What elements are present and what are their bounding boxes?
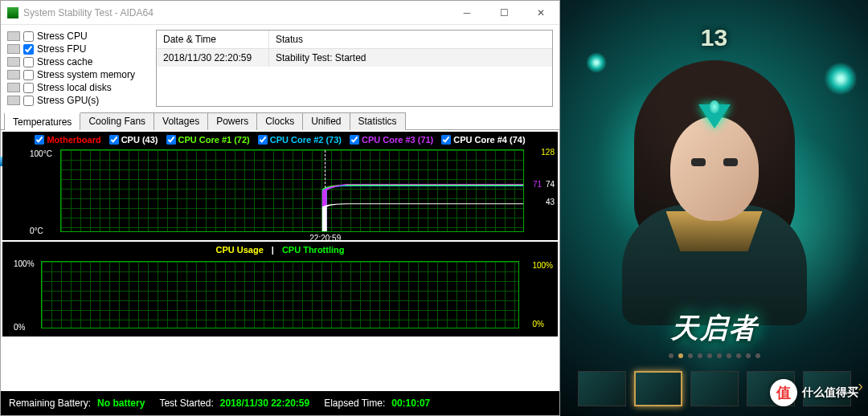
device-icon [7, 31, 20, 41]
tab-unified[interactable]: Unified [302, 112, 350, 130]
legend-item[interactable]: CPU Core #3 (71) [350, 135, 433, 145]
table-row: 2018/11/30 22:20:59 Stability Test: Star… [157, 49, 552, 67]
aida64-window: System Stability Test - AIDA64 ─ ☐ ✕ Str… [0, 0, 560, 416]
stress-checkbox[interactable] [23, 31, 34, 42]
started-label: Test Started:2018/11/30 22:20:59 [159, 398, 309, 409]
chart-tabs: TemperaturesCooling FansVoltagesPowersCl… [1, 112, 559, 129]
legend-checkbox[interactable] [350, 135, 359, 145]
window-title: System Stability Test - AIDA64 [1, 7, 154, 18]
stress-option[interactable]: Stress FPU [7, 43, 148, 55]
pagination-dot[interactable] [755, 353, 760, 358]
pagination-dot[interactable] [727, 353, 731, 358]
legend-checkbox[interactable] [166, 135, 176, 145]
next-arrow-icon[interactable]: › [858, 377, 863, 395]
device-icon [7, 70, 20, 80]
pagination-dot[interactable] [746, 353, 751, 358]
legend-item[interactable]: CPU Core #4 (74) [441, 135, 525, 145]
tab-clocks[interactable]: Clocks [256, 112, 303, 130]
pagination-dot[interactable] [717, 353, 722, 358]
axis-right-43: 43 [546, 198, 555, 206]
pagination-dot[interactable] [698, 353, 702, 358]
status-bar: Remaining Battery:No battery Test Starte… [1, 391, 559, 415]
skin-thumb[interactable] [578, 371, 626, 406]
usage-legend: CPU Usage | CPU Throttling [2, 242, 558, 258]
champion-portrait [610, 60, 819, 325]
pagination-dot[interactable] [707, 353, 712, 358]
minimize-button[interactable]: ─ [448, 1, 485, 25]
tab-statistics[interactable]: Statistics [350, 112, 406, 130]
temperature-legend: Motherboard CPU (43) CPU Core #1 (72) CP… [2, 132, 558, 148]
stress-checkbox[interactable] [23, 96, 34, 106]
stress-options-list: Stress CPU Stress FPU Stress cache Stres… [7, 30, 148, 107]
pagination-dot[interactable] [736, 353, 741, 358]
titlebar[interactable]: System Stability Test - AIDA64 ─ ☐ ✕ [1, 1, 559, 25]
stress-checkbox[interactable] [23, 57, 34, 67]
maximize-button[interactable]: ☐ [485, 1, 522, 25]
app-icon [7, 7, 18, 18]
cpu-usage-chart: CPU Usage | CPU Throttling 100%0% 100%0% [2, 242, 558, 336]
pagination-dot[interactable] [669, 353, 674, 358]
col-status[interactable]: Status [269, 31, 309, 48]
tab-voltages[interactable]: Voltages [154, 112, 208, 130]
legend-checkbox[interactable] [109, 135, 119, 145]
stress-checkbox[interactable] [23, 70, 34, 80]
legend-checkbox[interactable] [35, 135, 44, 145]
usage-axis-left: 100%0% [14, 259, 35, 332]
skin-thumb[interactable] [690, 371, 739, 406]
chart-grid: 22:20:59 [60, 149, 524, 232]
watermark-badge-icon: 值 [770, 379, 797, 406]
stress-option[interactable]: Stress local disks [7, 81, 148, 94]
col-datetime[interactable]: Date & Time [157, 31, 269, 48]
tab-powers[interactable]: Powers [207, 112, 257, 130]
axis-right-71: 71 [533, 180, 542, 189]
stress-checkbox[interactable] [23, 44, 34, 55]
watermark-text: 什么值得买 [802, 385, 858, 400]
stress-checkbox[interactable] [23, 83, 34, 93]
stress-option[interactable]: Stress cache [7, 55, 148, 68]
temp-curves [61, 150, 523, 231]
device-icon [7, 44, 20, 54]
device-icon [7, 57, 20, 67]
y-axis-left: 100°C0°C [30, 149, 52, 235]
tab-cooling-fans[interactable]: Cooling Fans [80, 112, 154, 130]
elapsed-label: Elapsed Time:00:10:07 [324, 398, 430, 409]
stress-option[interactable]: Stress CPU [7, 30, 148, 43]
legend-item[interactable]: CPU (43) [109, 135, 158, 145]
usage-axis-right: 100%0% [532, 261, 553, 328]
skin-title: 天启者 [560, 310, 868, 347]
game-skin-panel: 13 天启者 🔒 › 值 什么值得买 [560, 0, 868, 416]
pagination-dot[interactable] [688, 353, 693, 358]
legend-item[interactable]: CPU Core #1 (72) [166, 135, 250, 145]
close-button[interactable]: ✕ [522, 1, 559, 25]
device-icon [7, 96, 20, 105]
temperature-chart: Motherboard CPU (43) CPU Core #1 (72) CP… [2, 132, 558, 240]
event-log-table: Date & Time Status 2018/11/30 22:20:59 S… [156, 30, 553, 107]
legend-checkbox[interactable] [258, 135, 268, 145]
usage-grid [41, 261, 519, 328]
device-icon [7, 83, 20, 92]
legend-item[interactable]: CPU Core #2 (73) [258, 135, 342, 145]
stress-option[interactable]: Stress system memory [7, 68, 148, 81]
battery-label: Remaining Battery:No battery [9, 398, 145, 409]
legend-checkbox[interactable] [441, 135, 451, 145]
skin-pagination-dots[interactable] [560, 353, 868, 358]
legend-item[interactable]: Motherboard [35, 135, 100, 145]
skin-thumb-selected[interactable] [634, 371, 682, 406]
axis-right-74: 74 [546, 180, 555, 189]
watermark: 值 什么值得买 [770, 379, 858, 406]
pagination-dot[interactable] [678, 353, 683, 358]
axis-right-128: 128 [541, 148, 555, 157]
stress-option[interactable]: Stress GPU(s) [7, 94, 148, 107]
tab-temperatures[interactable]: Temperatures [4, 112, 80, 130]
